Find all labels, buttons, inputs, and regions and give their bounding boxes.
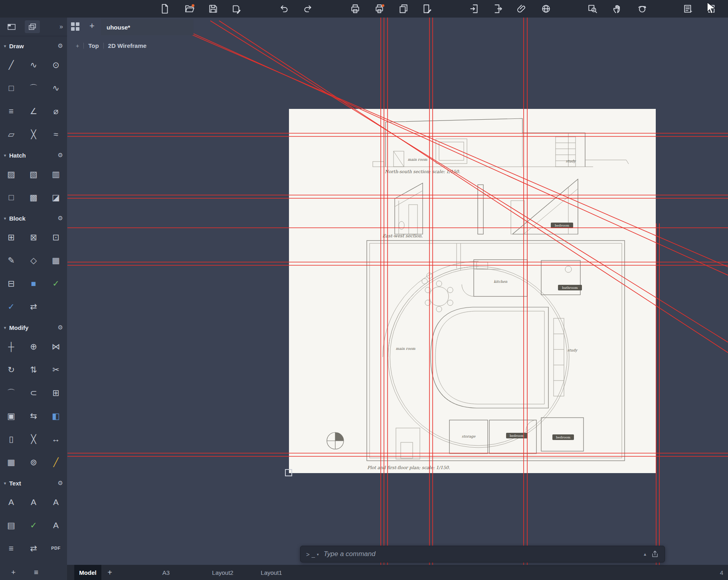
view-cube-icon[interactable] — [25, 20, 40, 33]
hatch-edit[interactable]: ▧ — [22, 162, 45, 185]
create-block[interactable]: ⊠ — [22, 225, 45, 249]
circle[interactable]: ⊙ — [45, 53, 67, 76]
attribute-edit[interactable]: ✎ — [0, 249, 22, 272]
polyline[interactable]: ∿ — [22, 53, 45, 76]
aligned-dimension[interactable]: ∠ — [22, 99, 45, 122]
pan-icon[interactable] — [611, 2, 624, 15]
gear-icon[interactable]: ⚙ — [58, 215, 63, 222]
purge[interactable]: ╱ — [45, 450, 67, 473]
fillet[interactable]: ⌒ — [0, 381, 22, 404]
gear-icon[interactable]: ⚙ — [58, 479, 63, 487]
section-modify-header[interactable]: ▾ Modify ⚙ — [0, 320, 67, 335]
define-attribute[interactable]: ◇ — [22, 249, 45, 272]
new-tab-button[interactable]: + — [89, 21, 95, 31]
replace-block[interactable]: ⇄ — [22, 295, 45, 318]
undo-icon[interactable] — [278, 2, 291, 15]
rectangle[interactable]: □ — [0, 76, 22, 99]
trim[interactable]: ✂ — [45, 358, 67, 381]
selection-grip[interactable] — [285, 469, 292, 476]
print-icon[interactable] — [349, 2, 362, 15]
isolate[interactable]: ⊚ — [22, 450, 45, 473]
hatch-boundary[interactable]: ▥ — [45, 162, 67, 185]
command-collapse-icon[interactable]: ▴ — [639, 551, 651, 557]
gear-icon[interactable]: ⚙ — [58, 324, 63, 331]
insert-icon[interactable] — [468, 2, 481, 15]
text-flip[interactable]: ⇄ — [22, 537, 45, 560]
gear-icon[interactable]: ⚙ — [58, 42, 63, 49]
group[interactable]: ■ — [22, 272, 45, 295]
viewport-config-icon[interactable] — [4, 20, 19, 33]
edit-block[interactable]: ⊡ — [45, 225, 67, 249]
save-icon[interactable] — [207, 2, 220, 15]
array[interactable]: ⊞ — [45, 381, 67, 404]
attach-icon[interactable] — [515, 2, 528, 15]
file-tab-uhouse[interactable]: uhouse* — [101, 19, 194, 35]
panel-list-icon[interactable]: ≡ — [34, 568, 38, 577]
sidebar-collapse-chevron[interactable]: » — [59, 23, 63, 30]
sheet-list-icon[interactable] — [682, 2, 695, 15]
paragraph-text[interactable]: ▤ — [0, 513, 22, 537]
text-style[interactable]: A — [45, 490, 67, 513]
prompt-dropdown-icon[interactable]: ▾ — [317, 552, 319, 556]
spell-check[interactable]: ✓ — [22, 513, 45, 537]
reference-image-paper[interactable]: main room study North-south section; sca… — [289, 109, 656, 473]
explode[interactable]: ▣ — [0, 404, 22, 427]
viewport-visual-style-control[interactable]: 2D Wireframe — [108, 42, 147, 49]
blocks-palette[interactable]: ▦ — [45, 249, 67, 272]
add-layout-button[interactable]: + — [101, 565, 118, 580]
command-input[interactable] — [323, 550, 639, 558]
sync-attributes[interactable]: ✓ — [45, 272, 67, 295]
viewport-add-button[interactable]: + — [76, 43, 79, 49]
gradient[interactable]: ▩ — [22, 185, 45, 209]
export-icon[interactable] — [492, 2, 504, 15]
change-space[interactable]: ◧ — [45, 404, 67, 427]
tab-layout1[interactable]: Layout1 — [253, 565, 290, 580]
spline[interactable]: ∿ — [45, 76, 67, 99]
open-file-icon[interactable] — [183, 2, 196, 15]
mirror[interactable]: ⋈ — [45, 335, 67, 358]
find-text[interactable]: A — [45, 513, 67, 537]
save-as-icon[interactable] — [230, 2, 243, 15]
revision-cloud[interactable]: ▱ — [0, 122, 22, 146]
point[interactable]: ╳ — [22, 122, 45, 146]
update-block[interactable]: ✓ — [0, 295, 22, 318]
freehand[interactable]: ≈ — [45, 122, 67, 146]
section-block-header[interactable]: ▾ Block ⚙ — [0, 211, 67, 225]
apps-grid-icon[interactable] — [71, 22, 80, 31]
move[interactable]: ┼ — [0, 335, 22, 358]
zoom-window-icon[interactable] — [586, 2, 599, 15]
linear-dimension[interactable]: ≡ — [0, 99, 22, 122]
stretch[interactable]: ▯ — [0, 427, 22, 450]
section-text-header[interactable]: ▾ Text ⚙ — [0, 476, 67, 490]
diameter-dimension[interactable]: ⌀ — [45, 99, 67, 122]
export-pdf[interactable]: PDF — [45, 537, 67, 560]
add-panel-button[interactable]: + — [11, 568, 16, 577]
share-icon[interactable] — [651, 550, 665, 558]
scale[interactable]: ⇅ — [22, 358, 45, 381]
new-drawing-icon[interactable] — [158, 2, 171, 15]
line[interactable]: ╱ — [0, 53, 22, 76]
arc[interactable]: ⌒ — [22, 76, 45, 99]
insert-block[interactable]: ⊞ — [0, 225, 22, 249]
write-block[interactable]: ⊟ — [0, 272, 22, 295]
tab-model[interactable]: Model — [74, 565, 101, 580]
image-attach[interactable]: ◪ — [45, 185, 67, 209]
section-hatch-header[interactable]: ▾ Hatch ⚙ — [0, 148, 67, 162]
gear-icon[interactable]: ⚙ — [58, 152, 63, 159]
text-align[interactable]: ≡ — [0, 537, 22, 560]
annotate-icon[interactable] — [421, 2, 434, 15]
edit-text[interactable]: A — [22, 490, 45, 513]
tab-layout2[interactable]: Layout2 — [204, 565, 241, 580]
break[interactable]: ╳ — [22, 427, 45, 450]
lengthen[interactable]: ↔ — [45, 427, 67, 450]
copy[interactable]: ⊕ — [22, 335, 45, 358]
plot-icon[interactable] — [373, 2, 386, 15]
overkill[interactable]: ▦ — [0, 450, 22, 473]
match-properties[interactable]: ⇆ — [22, 404, 45, 427]
orbit-icon[interactable] — [636, 2, 649, 15]
viewport-view-control[interactable]: Top — [88, 42, 99, 49]
section-draw-header[interactable]: ▾ Draw ⚙ — [0, 39, 67, 53]
offset[interactable]: ⊂ — [22, 381, 45, 404]
copy-icon[interactable] — [397, 2, 410, 15]
redo-icon[interactable] — [301, 2, 314, 15]
